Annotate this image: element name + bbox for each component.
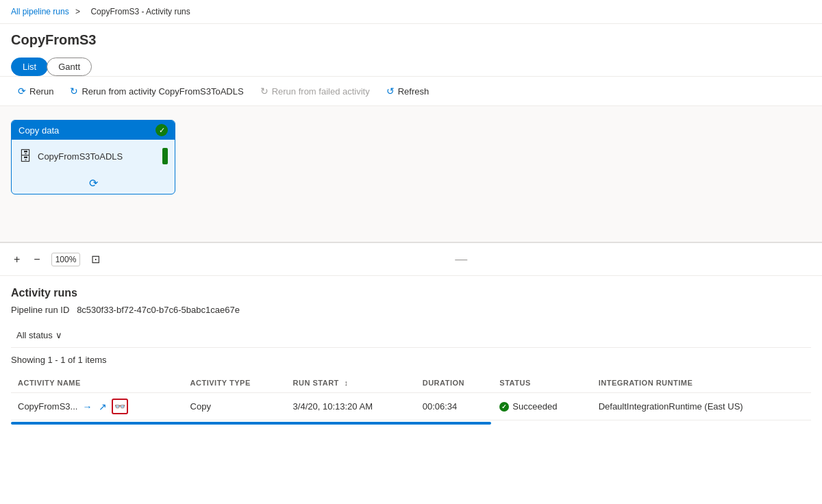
fit-screen-button[interactable]: ⊡ — [88, 250, 103, 268]
tab-gantt[interactable]: Gantt — [47, 58, 92, 76]
toolbar: ⟳ Rerun ↻ Rerun from activity CopyFromS3… — [0, 77, 822, 106]
filter-bar: All status ∨ — [11, 323, 811, 348]
cell-run-start: 3/4/20, 10:13:20 AM — [286, 393, 416, 420]
activity-node-status-indicator — [162, 148, 168, 164]
refresh-button[interactable]: ↺ Refresh — [379, 82, 436, 100]
cell-activity-type: Copy — [184, 393, 286, 420]
tab-bar: List Gantt — [0, 53, 822, 77]
row-external-link-button[interactable]: ↗ — [97, 399, 109, 414]
rerun-icon: ⟳ — [18, 86, 26, 97]
breadcrumb-separator: > — [75, 7, 80, 16]
rerun-failed-button[interactable]: ↻ Rerun from failed activity — [253, 82, 377, 100]
row-details-button[interactable]: 👓 — [112, 399, 128, 414]
pipeline-run-id-row: Pipeline run ID 8c530f33-bf72-47c0-b7c6-… — [11, 305, 811, 315]
cell-integration-runtime: DefaultIntegrationRuntime (East US) — [592, 393, 811, 420]
activity-node-cylinder-icon: 🗄 — [18, 149, 32, 164]
rerun-label: Rerun — [29, 86, 53, 97]
rerun-failed-label: Rerun from failed activity — [272, 86, 370, 97]
rerun-button[interactable]: ⟳ Rerun — [11, 82, 60, 100]
table-scrollbar[interactable] — [11, 422, 491, 425]
breadcrumb: All pipeline runs > CopyFromS3 - Activit… — [0, 0, 822, 24]
rerun-from-activity-button[interactable]: ↻ Rerun from activity CopyFromS3ToADLS — [63, 82, 250, 100]
col-run-start: RUN START ↕ — [286, 373, 416, 393]
col-status: STATUS — [493, 373, 591, 393]
pipeline-run-id-label: Pipeline run ID — [11, 305, 69, 315]
chevron-down-icon: ∨ — [55, 330, 62, 340]
col-duration: DURATION — [416, 373, 493, 393]
col-integration-runtime: INTEGRATION RUNTIME — [592, 373, 811, 393]
showing-text: Showing 1 - 1 of 1 items — [11, 351, 811, 369]
activity-node-footer: ⟳ — [12, 173, 175, 194]
breadcrumb-current: CopyFromS3 - Activity runs — [90, 7, 190, 16]
rerun-from-icon: ↻ — [70, 86, 78, 97]
zoom-in-button[interactable]: + — [11, 251, 23, 268]
activity-node-title: Copy data — [18, 125, 59, 136]
activity-runs-table: ACTIVITY NAME ACTIVITY TYPE RUN START ↕ … — [11, 373, 811, 420]
refresh-label: Refresh — [398, 86, 429, 97]
collapse-icon: — — [455, 252, 467, 266]
pipeline-run-id-value: 8c530f33-bf72-47c0-b7c6-5babc1cae67e — [77, 305, 240, 315]
activity-node-name: CopyFromS3ToADLS — [38, 151, 123, 162]
activity-node-check: ✓ — [155, 124, 168, 136]
status-text: Succeeded — [512, 401, 557, 412]
activity-node[interactable]: Copy data ✓ 🗄 CopyFromS3ToADLS ⟳ — [11, 120, 175, 194]
page-title: CopyFromS3 — [0, 24, 822, 53]
rerun-from-label: Rerun from activity CopyFromS3ToADLS — [82, 86, 243, 97]
cell-duration: 00:06:34 — [416, 393, 493, 420]
breadcrumb-link[interactable]: All pipeline runs — [11, 7, 69, 16]
row-navigate-button[interactable]: → — [80, 399, 94, 414]
status-dot — [499, 402, 509, 412]
activity-runs-section: Activity runs Pipeline run ID 8c530f33-b… — [0, 276, 822, 436]
canvas-area: Copy data ✓ 🗄 CopyFromS3ToADLS ⟳ — [0, 106, 822, 243]
cell-status: Succeeded — [493, 393, 591, 420]
tab-list[interactable]: List — [11, 58, 48, 76]
filter-label: All status — [16, 330, 53, 340]
activity-node-body: 🗄 CopyFromS3ToADLS — [12, 140, 175, 173]
status-filter-dropdown[interactable]: All status ∨ — [11, 327, 68, 343]
cell-activity-name: CopyFromS3... → ↗ 👓 — [11, 393, 184, 420]
refresh-icon: ↺ — [386, 86, 395, 97]
row-activity-name-text: CopyFromS3... — [18, 401, 77, 412]
col-activity-type: ACTIVITY TYPE — [184, 373, 286, 393]
fit-100-button[interactable]: 100% — [51, 253, 81, 266]
rerun-failed-icon: ↻ — [260, 86, 269, 97]
activity-node-sync-icon: ⟳ — [89, 177, 98, 190]
zoom-out-button[interactable]: − — [31, 251, 42, 268]
canvas-controls: + − 100% ⊡ — — [0, 243, 822, 276]
activity-node-header: Copy data ✓ — [12, 121, 175, 140]
table-row: CopyFromS3... → ↗ 👓 Copy 3/4/20, 10:13:2… — [11, 393, 811, 420]
col-activity-name: ACTIVITY NAME — [11, 373, 184, 393]
sort-icon[interactable]: ↕ — [344, 379, 348, 387]
section-title: Activity runs — [11, 287, 811, 299]
